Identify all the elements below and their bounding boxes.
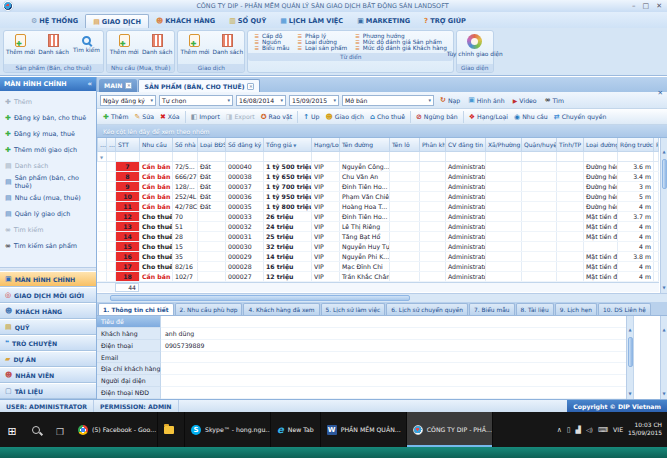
scroll-up-icon[interactable]: [628, 316, 631, 335]
column-header[interactable]: Tên lô: [390, 138, 420, 151]
form-row[interactable]: Email: [97, 352, 626, 364]
form-row[interactable]: Người đại diện: [97, 375, 626, 387]
row-indicator-cell[interactable]: [98, 251, 107, 261]
form-row[interactable]: Tiêu đề: [97, 316, 626, 328]
ribbon-button[interactable]: Thêm mới: [4, 31, 37, 55]
taskbar-system-button[interactable]: [0, 412, 24, 447]
grid-filter-cell[interactable]: [98, 151, 107, 161]
scroll-up-icon[interactable]: [662, 316, 665, 335]
detail-tab[interactable]: 1. Thông tin chi tiết: [98, 303, 174, 315]
taskbar-app-button[interactable]: CÔNG TY DIP - PHẦ...: [407, 412, 493, 447]
column-header[interactable]: CV đăng tin: [446, 138, 486, 151]
row-select-cell[interactable]: [107, 191, 116, 201]
minimize-icon[interactable]: [632, 2, 636, 10]
grid-filter-cell[interactable]: [107, 151, 116, 161]
form-field-value[interactable]: [161, 387, 626, 399]
toolbar-button[interactable]: Import: [185, 111, 223, 123]
grid-filter-cell[interactable]: [584, 151, 618, 161]
sidebar-nav-button[interactable]: MÀN HÌNH CHÍNH: [0, 271, 96, 287]
sidebar-item[interactable]: Thêm: [0, 94, 96, 110]
column-header[interactable]: …: [107, 138, 116, 151]
filter-button[interactable]: Nạp: [437, 96, 463, 104]
row-select-cell[interactable]: [107, 211, 116, 221]
column-header[interactable]: Hạng/Loại: [312, 138, 340, 151]
column-header[interactable]: Loại BĐS: [198, 138, 226, 151]
column-header[interactable]: Quận/huyện: [522, 138, 557, 151]
toolbar-button[interactable]: Export: [223, 111, 258, 123]
ribbon-tab[interactable]: TRỢ GIÚP: [417, 14, 473, 28]
row-select-cell[interactable]: [107, 261, 116, 271]
tab-close-icon[interactable]: [247, 83, 254, 90]
network-icon[interactable]: [576, 426, 581, 434]
ribbon-button[interactable]: Danh sách: [37, 31, 70, 55]
row-indicator-cell[interactable]: [98, 171, 107, 181]
form-field-value[interactable]: anh dũng: [161, 328, 626, 340]
row-indicator-cell[interactable]: [98, 161, 107, 171]
sidebar-item[interactable]: Quản lý giao dịch: [0, 206, 96, 222]
row-indicator-cell[interactable]: [98, 221, 107, 231]
row-select-cell[interactable]: [107, 171, 116, 181]
row-select-cell[interactable]: [107, 221, 116, 231]
filter-select[interactable]: 16/08/2014: [236, 95, 286, 106]
sidebar-nav-button[interactable]: DỰ ÁN: [0, 351, 96, 367]
row-indicator-cell[interactable]: [98, 231, 107, 241]
row-select-cell[interactable]: [107, 201, 116, 211]
form-row[interactable]: Điện thoại NĐD: [97, 387, 626, 399]
filter-select[interactable]: Tự chọn: [159, 95, 233, 106]
form-row[interactable]: Điện thoại 0905739889: [97, 340, 626, 352]
table-row[interactable]: 7 Cần bán 72/5... Đất 000040 1 tỷ 500 tr…: [98, 161, 659, 171]
sidebar-nav-button[interactable]: QUỸ: [0, 319, 96, 335]
grid-filter-cell[interactable]: [198, 151, 226, 161]
table-row[interactable]: 17 Cho thuê 82/16 000028 16 triệu VIP Mạ…: [98, 261, 659, 271]
taskbar-app-button[interactable]: (5) Facebook - Goo...: [72, 412, 158, 447]
grid-filter-cell[interactable]: [446, 151, 486, 161]
grid-filter-row[interactable]: [98, 151, 659, 161]
column-header[interactable]: Phân khu: [420, 138, 446, 151]
filter-button[interactable]: Video: [510, 96, 540, 104]
chevron-up-icon[interactable]: [557, 426, 562, 434]
form-field-value[interactable]: [161, 375, 626, 387]
ribbon-tab[interactable]: GIAO DỊCH: [85, 14, 149, 28]
taskbar-app-button[interactable]: Skype™ - hong.ngu...: [185, 412, 271, 447]
detail-tab[interactable]: 8. Tài liệu: [516, 303, 554, 315]
sidebar-item[interactable]: Danh sách: [0, 158, 96, 174]
grid-filter-cell[interactable]: [522, 151, 557, 161]
column-header[interactable]: Nhu cầu: [140, 138, 173, 151]
form-row[interactable]: Địa chỉ khách hàng: [97, 363, 626, 375]
toolbar-button[interactable]: Cho thuê: [367, 111, 408, 123]
ribbon-tab[interactable]: LỊCH LÀM VIỆC: [273, 14, 350, 28]
scroll-up-icon[interactable]: [662, 138, 665, 157]
filter-select[interactable]: Ngày đăng ký: [100, 95, 156, 106]
sidebar-item[interactable]: Sản phẩm (bán, cho thuê): [0, 174, 96, 190]
table-row[interactable]: 10 Cần bán 252/4L Đất 000036 1 tỷ 950 tr…: [98, 191, 659, 201]
form-row[interactable]: Khách hàng anh dũng: [97, 328, 626, 340]
dictionary-item[interactable]: Loại sản phẩm: [297, 45, 347, 51]
column-header[interactable]: …: [98, 138, 107, 151]
column-header[interactable]: STT: [116, 138, 140, 151]
form-field-value[interactable]: [161, 316, 626, 328]
keyboard-icon[interactable]: [598, 426, 608, 434]
document-tab[interactable]: MAIN: [99, 79, 137, 92]
row-select-cell[interactable]: [107, 181, 116, 191]
sidebar-item[interactable]: Tìm kiếm: [0, 222, 96, 238]
column-header[interactable]: Tên đường: [340, 138, 390, 151]
taskbar-app-button[interactable]: [158, 412, 185, 447]
row-select-cell[interactable]: [107, 161, 116, 171]
tab-close-icon[interactable]: [125, 82, 132, 89]
filter-button[interactable]: Tìm: [542, 96, 567, 104]
sidebar-nav-button[interactable]: TÀI LIỆU: [0, 383, 96, 399]
sidebar-nav-button[interactable]: TRÒ CHUYỆN: [0, 335, 96, 351]
toolbar-button[interactable]: Nhu cầu: [511, 111, 551, 123]
toolbar-button[interactable]: Xóa: [157, 111, 183, 123]
table-row[interactable]: 8 Cần bán 666/27 Đất 000038 1 tỷ 650 tri…: [98, 171, 659, 181]
toolbar-button[interactable]: Chuyển quyền: [551, 111, 610, 123]
column-header[interactable]: Tổng giá: [264, 138, 312, 151]
maximize-icon[interactable]: [643, 2, 650, 10]
ribbon-tab[interactable]: KHÁCH HÀNG: [149, 14, 222, 28]
ribbon-tab[interactable]: HỆ THỐNG: [24, 14, 85, 28]
row-select-cell[interactable]: [107, 251, 116, 261]
detail-tab[interactable]: 7. Biểu mẫu: [469, 303, 514, 315]
taskbar-system-button[interactable]: [24, 412, 48, 447]
sidebar-nav-button[interactable]: GIAO DỊCH MÔI GIỚI: [0, 287, 96, 303]
filter-button[interactable]: Hình ảnh: [465, 96, 507, 104]
